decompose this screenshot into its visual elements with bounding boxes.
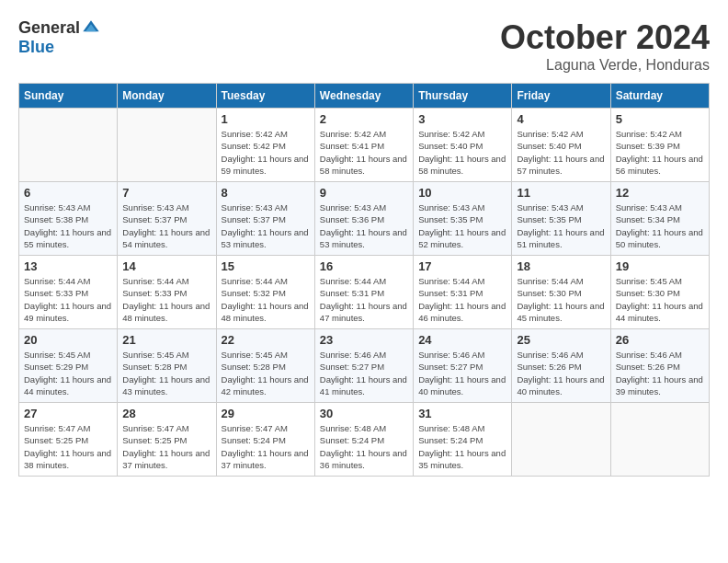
day-number: 3 xyxy=(418,112,506,126)
day-info: Sunrise: 5:45 AMSunset: 5:28 PMDaylight:… xyxy=(222,349,310,397)
day-info: Sunrise: 5:42 AMSunset: 5:39 PMDaylight:… xyxy=(616,128,704,177)
calendar-cell: 7Sunrise: 5:43 AMSunset: 5:37 PMDaylight… xyxy=(118,182,216,256)
day-info: Sunrise: 5:42 AMSunset: 5:40 PMDaylight:… xyxy=(517,128,605,177)
calendar-cell: 5Sunrise: 5:42 AMSunset: 5:39 PMDaylight… xyxy=(610,109,709,182)
day-number: 8 xyxy=(222,186,310,200)
day-number: 10 xyxy=(418,186,506,200)
calendar-cell xyxy=(610,403,709,477)
day-info: Sunrise: 5:43 AMSunset: 5:37 PMDaylight:… xyxy=(222,201,310,250)
calendar-cell: 4Sunrise: 5:42 AMSunset: 5:40 PMDaylight… xyxy=(512,109,610,182)
calendar-cell: 19Sunrise: 5:45 AMSunset: 5:30 PMDayligh… xyxy=(610,256,709,329)
calendar-table: SundayMondayTuesdayWednesdayThursdayFrid… xyxy=(18,83,710,477)
calendar-cell: 13Sunrise: 5:44 AMSunset: 5:33 PMDayligh… xyxy=(19,256,118,329)
calendar-cell: 27Sunrise: 5:47 AMSunset: 5:25 PMDayligh… xyxy=(19,403,118,477)
day-number: 18 xyxy=(517,259,605,273)
header-day: Sunday xyxy=(19,84,118,109)
day-number: 1 xyxy=(222,112,310,126)
calendar-week-row: 20Sunrise: 5:45 AMSunset: 5:29 PMDayligh… xyxy=(19,329,710,403)
day-number: 13 xyxy=(24,259,112,273)
day-number: 9 xyxy=(320,186,408,200)
day-number: 12 xyxy=(616,186,704,200)
day-number: 23 xyxy=(320,333,408,347)
day-info: Sunrise: 5:43 AMSunset: 5:37 PMDaylight:… xyxy=(122,201,210,250)
calendar-cell: 14Sunrise: 5:44 AMSunset: 5:33 PMDayligh… xyxy=(118,256,216,329)
title-area: October 2024 Laguna Verde, Honduras xyxy=(500,18,710,74)
day-info: Sunrise: 5:43 AMSunset: 5:35 PMDaylight:… xyxy=(517,201,605,250)
header-day: Tuesday xyxy=(216,84,314,109)
calendar-cell: 10Sunrise: 5:43 AMSunset: 5:35 PMDayligh… xyxy=(414,182,512,256)
calendar-cell: 28Sunrise: 5:47 AMSunset: 5:25 PMDayligh… xyxy=(118,403,216,477)
day-info: Sunrise: 5:42 AMSunset: 5:41 PMDaylight:… xyxy=(320,128,408,177)
day-info: Sunrise: 5:45 AMSunset: 5:29 PMDaylight:… xyxy=(24,349,112,397)
day-info: Sunrise: 5:46 AMSunset: 5:26 PMDaylight:… xyxy=(616,349,704,397)
day-info: Sunrise: 5:48 AMSunset: 5:24 PMDaylight:… xyxy=(320,422,408,471)
day-info: Sunrise: 5:44 AMSunset: 5:32 PMDaylight:… xyxy=(222,275,310,324)
calendar-cell: 25Sunrise: 5:46 AMSunset: 5:26 PMDayligh… xyxy=(512,329,610,403)
page-header: General Blue October 2024 Laguna Verde, … xyxy=(18,18,710,74)
day-number: 14 xyxy=(122,259,210,273)
day-number: 30 xyxy=(320,407,408,420)
header-day: Friday xyxy=(512,84,610,109)
day-info: Sunrise: 5:45 AMSunset: 5:28 PMDaylight:… xyxy=(122,349,210,397)
day-number: 27 xyxy=(24,407,112,420)
calendar-cell xyxy=(118,109,216,182)
day-info: Sunrise: 5:44 AMSunset: 5:33 PMDaylight:… xyxy=(24,275,112,324)
day-number: 15 xyxy=(222,259,310,273)
logo-general-text: General xyxy=(18,18,80,38)
header-day: Wednesday xyxy=(314,84,413,109)
day-number: 24 xyxy=(418,333,506,347)
day-info: Sunrise: 5:43 AMSunset: 5:38 PMDaylight:… xyxy=(24,201,112,250)
day-info: Sunrise: 5:42 AMSunset: 5:40 PMDaylight:… xyxy=(418,128,506,177)
day-number: 7 xyxy=(122,186,210,200)
calendar-cell: 2Sunrise: 5:42 AMSunset: 5:41 PMDaylight… xyxy=(314,109,413,182)
calendar-week-row: 13Sunrise: 5:44 AMSunset: 5:33 PMDayligh… xyxy=(19,256,710,329)
logo-blue-text: Blue xyxy=(18,38,54,57)
logo: General Blue xyxy=(18,18,100,57)
day-info: Sunrise: 5:47 AMSunset: 5:25 PMDaylight:… xyxy=(24,422,112,471)
day-info: Sunrise: 5:46 AMSunset: 5:27 PMDaylight:… xyxy=(320,349,408,397)
day-info: Sunrise: 5:43 AMSunset: 5:34 PMDaylight:… xyxy=(616,201,704,250)
day-info: Sunrise: 5:47 AMSunset: 5:24 PMDaylight:… xyxy=(222,422,310,471)
calendar-cell: 20Sunrise: 5:45 AMSunset: 5:29 PMDayligh… xyxy=(19,329,118,403)
calendar-cell: 17Sunrise: 5:44 AMSunset: 5:31 PMDayligh… xyxy=(414,256,512,329)
day-number: 31 xyxy=(418,407,506,420)
calendar-cell: 24Sunrise: 5:46 AMSunset: 5:27 PMDayligh… xyxy=(414,329,512,403)
day-info: Sunrise: 5:42 AMSunset: 5:42 PMDaylight:… xyxy=(222,128,310,177)
calendar-cell: 6Sunrise: 5:43 AMSunset: 5:38 PMDaylight… xyxy=(19,182,118,256)
header-day: Monday xyxy=(118,84,216,109)
calendar-cell: 8Sunrise: 5:43 AMSunset: 5:37 PMDaylight… xyxy=(216,182,314,256)
day-number: 2 xyxy=(320,112,408,126)
day-number: 29 xyxy=(222,407,310,420)
day-number: 21 xyxy=(122,333,210,347)
day-number: 20 xyxy=(24,333,112,347)
day-info: Sunrise: 5:44 AMSunset: 5:33 PMDaylight:… xyxy=(122,275,210,324)
day-info: Sunrise: 5:43 AMSunset: 5:35 PMDaylight:… xyxy=(418,201,506,250)
day-info: Sunrise: 5:48 AMSunset: 5:24 PMDaylight:… xyxy=(418,422,506,471)
header-day: Thursday xyxy=(414,84,512,109)
calendar-cell: 9Sunrise: 5:43 AMSunset: 5:36 PMDaylight… xyxy=(314,182,413,256)
header-day: Saturday xyxy=(610,84,709,109)
calendar-cell: 1Sunrise: 5:42 AMSunset: 5:42 PMDaylight… xyxy=(216,109,314,182)
day-info: Sunrise: 5:47 AMSunset: 5:25 PMDaylight:… xyxy=(122,422,210,471)
calendar-cell: 29Sunrise: 5:47 AMSunset: 5:24 PMDayligh… xyxy=(216,403,314,477)
calendar-cell: 15Sunrise: 5:44 AMSunset: 5:32 PMDayligh… xyxy=(216,256,314,329)
day-info: Sunrise: 5:46 AMSunset: 5:27 PMDaylight:… xyxy=(418,349,506,397)
day-info: Sunrise: 5:45 AMSunset: 5:30 PMDaylight:… xyxy=(616,275,704,324)
day-number: 5 xyxy=(616,112,704,126)
calendar-cell: 21Sunrise: 5:45 AMSunset: 5:28 PMDayligh… xyxy=(118,329,216,403)
calendar-cell: 26Sunrise: 5:46 AMSunset: 5:26 PMDayligh… xyxy=(610,329,709,403)
calendar-cell xyxy=(19,109,118,182)
calendar-cell: 30Sunrise: 5:48 AMSunset: 5:24 PMDayligh… xyxy=(314,403,413,477)
day-number: 17 xyxy=(418,259,506,273)
day-number: 25 xyxy=(517,333,605,347)
day-number: 22 xyxy=(222,333,310,347)
calendar-cell: 23Sunrise: 5:46 AMSunset: 5:27 PMDayligh… xyxy=(314,329,413,403)
day-number: 6 xyxy=(24,186,112,200)
header-row: SundayMondayTuesdayWednesdayThursdayFrid… xyxy=(19,84,710,109)
day-number: 19 xyxy=(616,259,704,273)
day-info: Sunrise: 5:44 AMSunset: 5:30 PMDaylight:… xyxy=(517,275,605,324)
day-number: 26 xyxy=(616,333,704,347)
calendar-week-row: 6Sunrise: 5:43 AMSunset: 5:38 PMDaylight… xyxy=(19,182,710,256)
calendar-week-row: 27Sunrise: 5:47 AMSunset: 5:25 PMDayligh… xyxy=(19,403,710,477)
day-number: 16 xyxy=(320,259,408,273)
